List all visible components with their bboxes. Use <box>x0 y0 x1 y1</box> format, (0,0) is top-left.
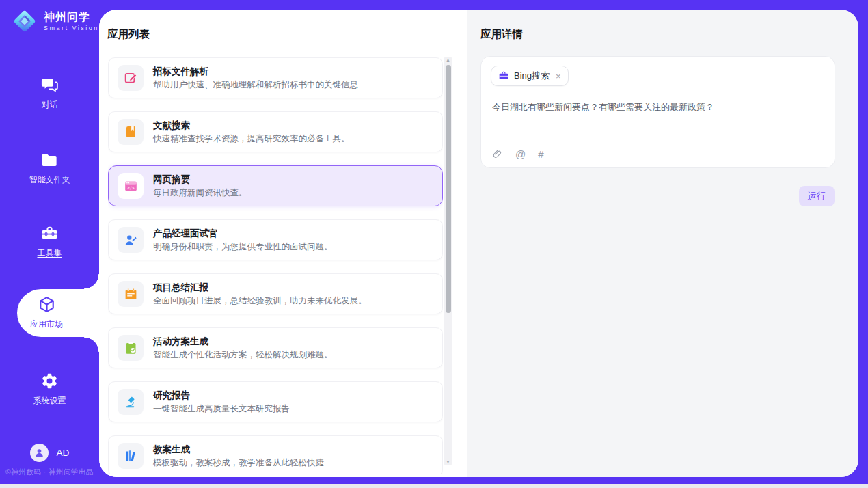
toolbox-icon <box>40 224 59 243</box>
cube-icon <box>38 295 56 314</box>
app-list-title: 应用列表 <box>107 27 150 42</box>
prompt-toolbar: @ # <box>492 148 544 160</box>
mention-icon[interactable]: @ <box>515 149 526 159</box>
tool-tag-bing-search[interactable]: Bing搜索 × <box>491 66 569 86</box>
books-icon <box>118 443 144 469</box>
app-list-panel: 应用列表 招标文件解析 帮助用户快速、准确地理解和解析招标书中的关键信息 <box>99 10 467 477</box>
chat-icon <box>40 76 59 94</box>
app-card-desc: 每日政府新闻资讯快查。 <box>153 189 247 198</box>
clipboard-check-icon <box>118 335 144 361</box>
query-input[interactable]: 今日湖北有哪些新闻要点？有哪些需要关注的最新政策？ <box>492 100 824 114</box>
brand-logo: 神州问学 Smart Vision <box>11 8 99 35</box>
app-card-pm-interviewer[interactable]: 产品经理面试官 明确身份和职责，为您提供专业性的面试问题。 <box>108 219 443 260</box>
app-card-title: 教案生成 <box>153 445 324 455</box>
app-detail-panel: 应用详情 Bing搜索 × 今日湖北有哪些新闻要点？有哪些需要关注的最新政策？ <box>467 10 858 477</box>
tool-tag-close-icon[interactable]: × <box>556 71 561 81</box>
folder-icon <box>40 151 59 170</box>
main-content: 应用列表 招标文件解析 帮助用户快速、准确地理解和解析招标书中的关键信息 <box>99 10 858 477</box>
gear-icon <box>40 372 59 390</box>
app-card-webpage-summary[interactable]: </> 网页摘要 每日政府新闻资讯快查。 <box>108 165 443 206</box>
tool-tag-label: Bing搜索 <box>514 70 550 82</box>
run-button[interactable]: 运行 <box>799 186 835 206</box>
app-card-title: 活动方案生成 <box>153 337 333 347</box>
pen-square-icon <box>118 65 144 91</box>
book-icon <box>118 119 144 145</box>
sidebar-item-smart-folder[interactable]: 智能文件夹 <box>0 151 99 186</box>
app-card-literature-search[interactable]: 文献搜索 快速精准查找学术资源，提高研究效率的必备工具。 <box>108 111 443 152</box>
calendar-icon <box>118 281 144 307</box>
app-card-title: 招标文件解析 <box>153 67 358 77</box>
sidebar-item-chat[interactable]: 对话 <box>0 76 99 111</box>
list-scrollbar[interactable]: ▲ ▼ <box>444 57 452 465</box>
sidebar-item-label: 对话 <box>0 99 99 111</box>
sidebar-item-settings[interactable]: 系统设置 <box>0 372 99 407</box>
sidebar-item-label: 应用市场 <box>17 318 76 330</box>
interviewer-icon <box>118 227 144 253</box>
prompt-card: Bing搜索 × 今日湖北有哪些新闻要点？有哪些需要关注的最新政策？ @ # <box>480 56 835 168</box>
paperclip-icon[interactable] <box>492 148 503 160</box>
sidebar-item-label: 智能文件夹 <box>0 174 99 186</box>
app-detail-title: 应用详情 <box>480 27 523 42</box>
scrollbar-down-arrow-icon[interactable]: ▼ <box>444 459 452 465</box>
app-card-title: 文献搜索 <box>153 121 350 131</box>
sidebar-footer-text: ©神州数码 · 神州问学出品 <box>5 467 94 477</box>
app-card-title: 产品经理面试官 <box>153 229 333 239</box>
app-card-bid-document-parse[interactable]: 招标文件解析 帮助用户快速、准确地理解和解析招标书中的关键信息 <box>108 57 443 98</box>
app-card-project-summary[interactable]: 项目总结汇报 全面回顾项目进展，总结经验教训，助力未来优化发展。 <box>108 273 443 314</box>
sidebar-item-label: 系统设置 <box>0 395 99 407</box>
brand-name: 神州问学 <box>44 12 99 23</box>
app-window: 神州问学 Smart Vision 对话 智能文件夹 <box>0 0 868 484</box>
app-card-desc: 模板驱动，教案秒成，教学准备从此轻松快捷 <box>153 459 324 467</box>
webpage-code-icon: </> <box>118 173 144 199</box>
app-card-desc: 智能生成个性化活动方案，轻松解决规划难题。 <box>153 351 333 360</box>
scrollbar-thumb[interactable] <box>446 65 451 313</box>
avatar <box>30 444 49 462</box>
hash-icon[interactable]: # <box>538 149 543 159</box>
scrollbar-up-arrow-icon[interactable]: ▲ <box>444 57 452 64</box>
microscope-icon <box>118 389 144 415</box>
brand-tagline: Smart Vision <box>44 25 99 31</box>
person-icon <box>33 447 45 459</box>
app-card-research-report[interactable]: 研究报告 一键智能生成高质量长文本研究报告 <box>108 381 443 422</box>
app-card-lesson-plan[interactable]: 教案生成 模板驱动，教案秒成，教学准备从此轻松快捷 <box>108 435 443 474</box>
svg-text:</>: </> <box>127 185 135 189</box>
app-card-title: 研究报告 <box>153 391 290 401</box>
app-card-desc: 明确身份和职责，为您提供专业性的面试问题。 <box>153 243 333 252</box>
app-card-desc: 快速精准查找学术资源，提高研究效率的必备工具。 <box>153 135 350 144</box>
briefcase-icon <box>498 70 509 81</box>
sidebar-item-toolbox[interactable]: 工具集 <box>0 224 99 259</box>
app-card-title: 项目总结汇报 <box>153 283 367 293</box>
sidebar-item-label: 工具集 <box>0 247 99 259</box>
app-card-desc: 帮助用户快速、准确地理解和解析招标书中的关键信息 <box>153 81 358 90</box>
app-card-desc: 全面回顾项目进展，总结经验教训，助力未来优化发展。 <box>153 297 367 306</box>
sidebar-item-app-market[interactable]: 应用市场 <box>17 289 99 337</box>
user-account[interactable]: AD <box>0 444 99 462</box>
window-bottom-strip <box>0 484 868 488</box>
app-card-list: 招标文件解析 帮助用户快速、准确地理解和解析招标书中的关键信息 文献搜索 快速精… <box>108 57 443 474</box>
app-card-event-plan[interactable]: 活动方案生成 智能生成个性化活动方案，轻松解决规划难题。 <box>108 327 443 368</box>
user-initials: AD <box>57 448 70 458</box>
app-card-title: 网页摘要 <box>153 175 247 185</box>
gem-icon <box>11 8 38 35</box>
app-card-desc: 一键智能生成高质量长文本研究报告 <box>153 405 290 414</box>
